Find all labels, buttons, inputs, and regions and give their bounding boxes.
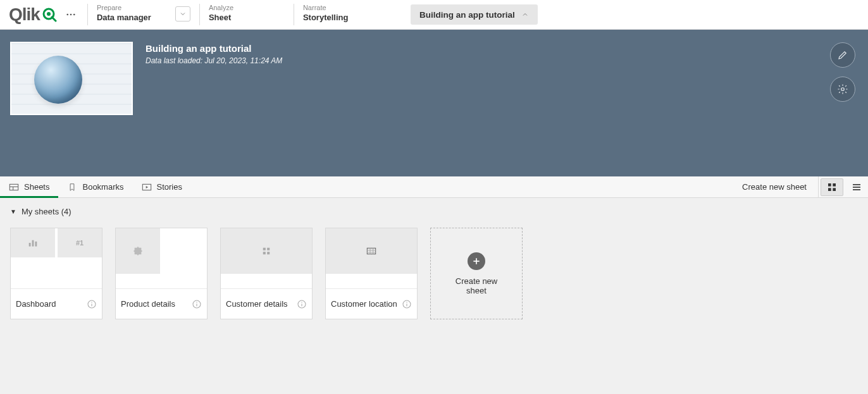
app-thumbnail[interactable] bbox=[10, 42, 133, 115]
sheet-title: Customer details bbox=[226, 299, 288, 309]
svg-rect-30 bbox=[263, 252, 266, 254]
svg-point-5 bbox=[73, 14, 75, 16]
more-horizontal-icon bbox=[65, 9, 77, 20]
section-my-sheets-header[interactable]: ▼ My sheets (4) bbox=[10, 207, 858, 216]
grid-icon bbox=[827, 182, 837, 192]
view-toggle bbox=[818, 176, 868, 197]
svg-rect-7 bbox=[9, 184, 18, 190]
svg-rect-20 bbox=[32, 240, 34, 247]
svg-rect-13 bbox=[833, 183, 836, 187]
play-icon bbox=[142, 183, 152, 192]
sheet-preview bbox=[221, 228, 312, 289]
edit-app-button[interactable] bbox=[830, 42, 855, 68]
svg-marker-11 bbox=[146, 186, 147, 188]
app-button-label: Building an app tutorial bbox=[419, 10, 515, 20]
nav-analyze[interactable]: Analyze Sheet bbox=[200, 0, 294, 29]
nav-analyze-selection: Sheet bbox=[209, 12, 285, 23]
create-new-sheet-link[interactable]: Create new sheet bbox=[731, 176, 818, 197]
svg-point-27 bbox=[196, 302, 197, 302]
tab-bookmarks-label: Bookmarks bbox=[82, 182, 123, 192]
svg-point-34 bbox=[301, 302, 302, 302]
table-icon bbox=[366, 247, 376, 255]
svg-rect-35 bbox=[367, 248, 375, 254]
grid-small-icon bbox=[262, 247, 271, 255]
info-icon[interactable] bbox=[192, 299, 202, 309]
sheet-preview bbox=[116, 228, 207, 289]
nav-narrate[interactable]: Narrate Storytelling bbox=[294, 0, 402, 29]
info-icon[interactable] bbox=[402, 299, 412, 309]
svg-point-3 bbox=[66, 14, 68, 16]
nav-prepare-selection: Data manager bbox=[97, 12, 151, 23]
bar-chart-icon bbox=[27, 238, 39, 247]
sheet-card-footer: Customer details bbox=[221, 289, 312, 319]
bookmark-icon bbox=[67, 183, 77, 192]
grid-view-button[interactable] bbox=[821, 178, 843, 196]
app-settings-button[interactable] bbox=[830, 77, 855, 102]
hero-text: Building an app tutorial Data last loade… bbox=[146, 42, 282, 164]
sheet-card-footer: Customer location bbox=[326, 289, 417, 319]
sheet-preview bbox=[326, 228, 417, 289]
sub-tabbar: Sheets Bookmarks Stories Create new shee… bbox=[0, 176, 868, 198]
sheet-card-footer: Dashboard bbox=[11, 289, 102, 319]
nav-narrate-label: Narrate bbox=[303, 3, 393, 12]
sheet-card-dashboard[interactable]: #1 Dashboard bbox=[10, 228, 102, 319]
app-subtitle: Data last loaded: Jul 20, 2023, 11:24 AM bbox=[146, 56, 282, 65]
svg-rect-14 bbox=[828, 188, 831, 191]
sheet-card-product-details[interactable]: Product details bbox=[115, 228, 208, 319]
sheet-card-customer-details[interactable]: Customer details bbox=[220, 228, 313, 319]
chevron-up-icon bbox=[521, 11, 529, 18]
list-icon bbox=[852, 182, 862, 192]
nav-analyze-label: Analyze bbox=[209, 3, 285, 12]
svg-point-6 bbox=[841, 88, 845, 91]
list-view-button[interactable] bbox=[845, 176, 868, 197]
sheet-preview: #1 bbox=[11, 228, 102, 289]
layout-icon bbox=[9, 183, 19, 192]
content-area: ▼ My sheets (4) #1 Dashboard bbox=[0, 198, 868, 394]
svg-rect-19 bbox=[29, 243, 31, 247]
logo-text: Qlik bbox=[9, 4, 40, 25]
svg-rect-29 bbox=[267, 248, 270, 250]
create-card-label: Create new sheet bbox=[448, 276, 505, 295]
tab-sheets-label: Sheets bbox=[24, 182, 49, 192]
prepare-dropdown-button[interactable] bbox=[175, 6, 190, 22]
create-link-label: Create new sheet bbox=[742, 182, 807, 192]
sheet-card-customer-location[interactable]: Customer location bbox=[325, 228, 418, 319]
svg-point-42 bbox=[406, 302, 407, 302]
svg-rect-28 bbox=[263, 248, 266, 250]
info-icon[interactable] bbox=[87, 299, 97, 309]
sheet-cards: #1 Dashboard Product details bbox=[10, 228, 858, 319]
nav-prepare[interactable]: Prepare Data manager bbox=[88, 0, 199, 29]
triangle-down-icon: ▼ bbox=[10, 208, 16, 215]
qlik-q-icon bbox=[42, 7, 57, 22]
app-title: Building an app tutorial bbox=[146, 43, 282, 54]
svg-point-4 bbox=[70, 14, 72, 16]
sheet-title: Product details bbox=[121, 299, 175, 309]
info-icon[interactable] bbox=[297, 299, 307, 309]
sheet-title: Customer location bbox=[331, 299, 397, 309]
tab-sheets[interactable]: Sheets bbox=[0, 176, 58, 197]
svg-rect-31 bbox=[267, 252, 270, 254]
nav-narrate-selection: Storytelling bbox=[303, 12, 393, 23]
tab-stories-label: Stories bbox=[157, 182, 182, 192]
sheet-title: Dashboard bbox=[16, 299, 56, 309]
chevron-down-icon bbox=[179, 10, 187, 18]
puzzle-icon bbox=[133, 246, 143, 256]
spacer bbox=[191, 176, 731, 197]
create-new-sheet-card[interactable]: Create new sheet bbox=[430, 228, 523, 319]
more-menu-button[interactable] bbox=[62, 6, 80, 23]
svg-rect-12 bbox=[828, 183, 831, 187]
sheet-card-footer: Product details bbox=[116, 289, 207, 319]
section-label: My sheets (4) bbox=[22, 207, 71, 216]
tab-bookmarks[interactable]: Bookmarks bbox=[58, 176, 132, 197]
app-hero: Building an app tutorial Data last loade… bbox=[0, 30, 868, 176]
svg-rect-15 bbox=[833, 188, 836, 191]
app-overview-button[interactable]: Building an app tutorial bbox=[411, 4, 538, 25]
svg-point-24 bbox=[91, 302, 92, 302]
tab-stories[interactable]: Stories bbox=[133, 176, 191, 197]
logo-group: Qlik bbox=[0, 0, 87, 29]
qlik-logo[interactable]: Qlik bbox=[9, 4, 57, 25]
thumbnail-globe bbox=[34, 56, 82, 104]
pencil-icon bbox=[837, 49, 848, 61]
top-toolbar: Qlik Prepare Data manager Analyze Sheet bbox=[0, 0, 868, 30]
svg-point-1 bbox=[47, 12, 51, 16]
